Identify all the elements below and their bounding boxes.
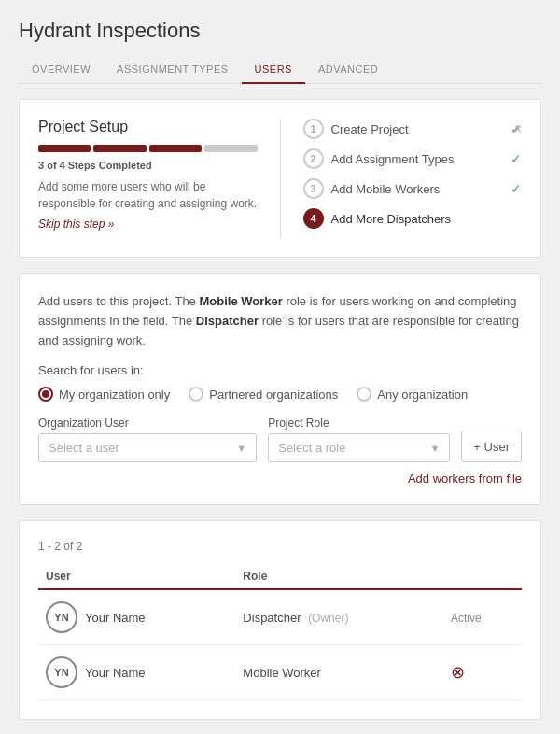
step-2-label: Add Assignment Types: [331, 152, 504, 166]
row1-role-suffix: (Owner): [308, 612, 348, 625]
row2-role-cell: Mobile Worker: [235, 645, 443, 700]
nav-tabs: OVERVIEW ASSIGNMENT TYPES USERS ADVANCED: [19, 56, 541, 84]
mobile-worker-bold: Mobile Worker: [199, 294, 282, 308]
project-setup-card: Project Setup 3 of 4 Steps Completed Add…: [19, 99, 541, 258]
table-count: 1 - 2 of 2: [38, 540, 522, 553]
user-select-placeholder: Select a user: [49, 441, 119, 455]
col-role: Role: [235, 564, 443, 589]
row1-avatar: YN: [46, 601, 77, 633]
step-2-number: 2: [303, 148, 324, 169]
row2-avatar: YN: [46, 656, 77, 688]
row1-user-cell: YN Your Name: [38, 589, 235, 645]
tab-advanced[interactable]: ADVANCED: [305, 56, 391, 84]
steps-text: 3 of 4 Steps Completed: [38, 160, 258, 171]
user-select-arrow: ▼: [236, 443, 246, 454]
col-actions: [443, 564, 522, 589]
setup-desc: Add some more users who will be responsi…: [38, 178, 258, 212]
progress-seg-1: [38, 145, 91, 152]
dispatcher-bold: Dispatcher: [196, 314, 259, 328]
step-1-label: Create Project: [331, 122, 504, 136]
radio-partnered-label: Partnered organizations: [209, 388, 338, 402]
step-3: 3 Add Mobile Workers ✓: [303, 178, 523, 199]
role-field-group: Project Role Select a role ▼: [268, 416, 450, 462]
step-3-number: 3: [303, 178, 324, 199]
setup-left: Project Setup 3 of 4 Steps Completed Add…: [38, 119, 258, 238]
radio-my-org[interactable]: My organization only: [38, 387, 170, 402]
progress-bar: [38, 145, 258, 152]
skip-step-link[interactable]: Skip this step »: [38, 218, 258, 231]
radio-any-org-circle: [357, 387, 371, 402]
progress-seg-4: [204, 145, 257, 152]
radio-partnered[interactable]: Partnered organizations: [189, 387, 338, 402]
add-workers-from-file-link[interactable]: Add workers from file: [38, 472, 522, 486]
role-field-label: Project Role: [268, 416, 450, 430]
row1-status-cell: Active: [443, 589, 522, 645]
search-for-label: Search for users in:: [38, 363, 522, 377]
table-header-row: User Role: [38, 564, 522, 589]
page-title: Hydrant Inspections: [19, 19, 541, 43]
radio-any-org[interactable]: Any organization: [357, 387, 468, 402]
tab-overview[interactable]: OVERVIEW: [19, 56, 104, 84]
step-4-number: 4: [303, 208, 324, 229]
divider: [280, 119, 281, 238]
radio-any-org-label: Any organization: [377, 388, 468, 402]
col-user: User: [38, 564, 235, 589]
radio-my-org-dot: [42, 390, 49, 398]
step-4: 4 Add More Dispatchers: [303, 208, 523, 229]
radio-my-org-label: My organization only: [59, 388, 170, 402]
step-1: 1 Create Project ✓ ×: [303, 119, 523, 139]
row2-role: Mobile Worker: [243, 666, 321, 680]
row1-role-cell: Dispatcher (Owner): [235, 589, 443, 645]
add-user-button[interactable]: + User: [461, 431, 522, 462]
row2-user-cell: YN Your Name: [38, 645, 235, 700]
users-table: User Role YN Your Name Dispatcher: [38, 564, 522, 700]
role-select-placeholder: Select a role: [278, 441, 345, 455]
step-2: 2 Add Assignment Types ✓: [303, 148, 523, 169]
row1-status: Active: [451, 612, 482, 625]
step-3-check: ✓: [511, 181, 522, 196]
step-1-close[interactable]: ×: [514, 121, 522, 136]
row1-user-name: Your Name: [85, 611, 146, 625]
role-select[interactable]: Select a role ▼: [268, 433, 450, 462]
table-row: YN Your Name Mobile Worker ⊗: [38, 645, 522, 700]
row1-user-info: YN Your Name: [46, 601, 228, 633]
remove-user-icon[interactable]: ⊗: [451, 663, 465, 682]
progress-seg-2: [93, 145, 146, 152]
setup-right: 1 Create Project ✓ × 2 Add Assignment Ty…: [303, 119, 523, 238]
tab-assignment-types[interactable]: ASSIGNMENT TYPES: [104, 56, 241, 84]
row2-user-name: Your Name: [85, 666, 146, 680]
setup-title: Project Setup: [38, 119, 258, 135]
table-row: YN Your Name Dispatcher (Owner) Active: [38, 589, 522, 645]
radio-my-org-circle: [38, 387, 53, 402]
users-table-card: 1 - 2 of 2 User Role YN Your Name: [19, 520, 541, 720]
users-description: Add users to this project. The Mobile Wo…: [38, 292, 522, 350]
add-users-card: Add users to this project. The Mobile Wo…: [19, 273, 541, 505]
user-select[interactable]: Select a user ▼: [38, 433, 257, 462]
desc-text-1: Add users to this project. The: [38, 294, 199, 308]
row2-actions-cell: ⊗: [443, 645, 522, 700]
step-2-check: ✓: [511, 151, 522, 166]
step-3-label: Add Mobile Workers: [331, 182, 504, 196]
row2-user-info: YN Your Name: [46, 656, 228, 688]
progress-seg-3: [149, 145, 202, 152]
step-1-number: 1: [303, 119, 324, 139]
tab-users[interactable]: USERS: [242, 56, 305, 84]
radio-partnered-circle: [189, 387, 203, 402]
step-4-label: Add More Dispatchers: [331, 212, 523, 226]
user-field-label: Organization User: [38, 416, 257, 430]
radio-group: My organization only Partnered organizat…: [38, 387, 522, 402]
user-field-group: Organization User Select a user ▼: [38, 416, 257, 462]
row1-role: Dispatcher: [243, 611, 301, 625]
role-select-arrow: ▼: [429, 443, 440, 454]
form-row: Organization User Select a user ▼ Projec…: [38, 416, 522, 462]
